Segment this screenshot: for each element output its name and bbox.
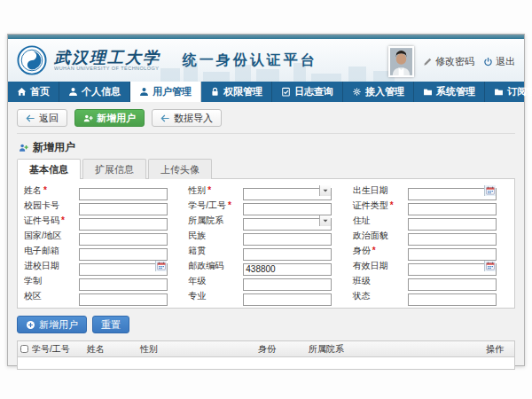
change-password-label: 修改密码 — [435, 55, 474, 68]
field-label: 年级 — [188, 275, 243, 287]
brand: 武汉理工大学 WUHAN UNIVERSITY OF TECHNOLOGY 统一… — [8, 45, 317, 75]
gear-icon — [352, 87, 362, 97]
ethnicity-input[interactable] — [243, 233, 332, 246]
form-field-postal-code: 邮政编码 — [188, 260, 343, 272]
form-field-name: 姓名* — [24, 184, 179, 197]
nav-item-access-management[interactable]: 接入管理 — [343, 82, 414, 102]
form-field-valid-date: 有效日期 — [353, 260, 508, 272]
identity-input[interactable] — [408, 248, 497, 261]
field-label: 学号/工号* — [188, 200, 243, 212]
valid-date-input[interactable] — [408, 263, 497, 276]
field-label: 国家/地区 — [24, 230, 79, 242]
nav-item-subscription-management[interactable]: 订阅管理 — [485, 82, 532, 102]
nav-item-user-management[interactable]: 用户管理 — [130, 82, 201, 102]
reset-label: 重置 — [101, 318, 121, 332]
col-name: 姓名 — [85, 343, 138, 356]
form-field-id-number: 证件号码* — [24, 215, 179, 227]
status-input[interactable] — [408, 293, 497, 306]
form-field-student-id: 学号/工号* — [188, 200, 343, 212]
chevron-down-icon[interactable] — [319, 185, 331, 196]
user-plus-icon — [19, 143, 28, 153]
university-name-block: 武汉理工大学 WUHAN UNIVERSITY OF TECHNOLOGY — [54, 50, 168, 71]
campus-input[interactable] — [79, 293, 168, 306]
calendar-icon[interactable] — [484, 261, 496, 271]
nav-item-permission-management[interactable]: 权限管理 — [201, 82, 272, 102]
form-field-entry-date: 进校日期 — [24, 260, 179, 272]
section-title: 新增用户 — [33, 140, 75, 155]
nav-label: 接入管理 — [365, 85, 404, 98]
data-import-button[interactable]: 数据导入 — [152, 109, 222, 127]
id-number-input[interactable] — [79, 218, 168, 231]
main-nav: 首页 个人信息 用户管理 权限管理 日志查询 接入管理 系统管理 订阅管理 — [8, 82, 524, 102]
name-input[interactable] — [79, 188, 168, 200]
schooling-length-input[interactable] — [79, 278, 168, 291]
users-icon — [139, 87, 149, 97]
university-name-cn: 武汉理工大学 — [54, 50, 168, 66]
back-button[interactable]: 返回 — [17, 109, 67, 127]
field-label: 住址 — [353, 215, 408, 227]
field-label: 民族 — [188, 230, 243, 242]
country-input[interactable] — [79, 233, 168, 246]
table-header-row: 学号/工号 姓名 性别 身份 所属院系 操作 — [18, 341, 514, 357]
app-window: 武汉理工大学 WUHAN UNIVERSITY OF TECHNOLOGY 统一… — [7, 34, 525, 366]
header: 武汉理工大学 WUHAN UNIVERSITY OF TECHNOLOGY 统一… — [8, 39, 524, 82]
change-password-link[interactable]: 修改密码 — [423, 55, 474, 68]
calendar-icon[interactable] — [155, 261, 167, 271]
required-mark: * — [390, 200, 394, 210]
submit-add-user-button[interactable]: 新增用户 — [17, 316, 87, 333]
header-user-area: 修改密码 退出 — [388, 46, 515, 77]
platform-title: 统一身份认证平台 — [183, 51, 317, 70]
avatar — [388, 46, 414, 77]
political-status-input[interactable] — [408, 233, 497, 246]
grade-input[interactable] — [243, 278, 332, 291]
add-user-toolbar-button[interactable]: 新增用户 — [74, 109, 145, 127]
chevron-down-icon[interactable] — [319, 215, 331, 226]
col-gender: 性别 — [138, 343, 256, 356]
email-input[interactable] — [79, 248, 168, 261]
id-type-input[interactable] — [408, 203, 497, 215]
class-input[interactable] — [408, 278, 497, 291]
student-id-input[interactable] — [243, 203, 332, 215]
required-mark: * — [372, 246, 376, 255]
nav-item-system-management[interactable]: 系统管理 — [414, 82, 485, 102]
nav-label: 日志查询 — [294, 85, 333, 98]
form-field-id-type: 证件类型* — [353, 200, 508, 212]
col-student-id: 学号/工号 — [30, 343, 85, 356]
field-label: 姓名* — [24, 184, 79, 197]
form-actions: 新增用户 重置 — [17, 309, 515, 340]
nav-label: 订阅管理 — [507, 85, 532, 98]
birth-date-input[interactable] — [408, 188, 497, 200]
field-label: 出生日期 — [353, 184, 408, 197]
tab-basic-info[interactable]: 基本信息 — [17, 159, 81, 179]
form-field-email: 电子邮箱 — [24, 245, 179, 257]
content-area: 返回 新增用户 数据导入 新增用户 基本信息 扩展信息 上传头像 姓 — [8, 102, 524, 365]
tab-extended-info[interactable]: 扩展信息 — [82, 159, 146, 179]
nav-item-home[interactable]: 首页 — [8, 82, 59, 102]
nav-item-log-query[interactable]: 日志查询 — [272, 82, 343, 102]
major-input[interactable] — [243, 293, 332, 306]
back-label: 返回 — [39, 112, 59, 125]
department-select[interactable] — [243, 218, 332, 231]
postal-code-input[interactable] — [243, 263, 332, 276]
gender-select[interactable] — [243, 188, 332, 200]
form-field-campus: 校区 — [24, 290, 179, 302]
table-empty-body — [18, 357, 514, 369]
reset-button[interactable]: 重置 — [92, 316, 129, 333]
entry-date-input[interactable] — [79, 263, 168, 276]
field-label: 所属院系 — [188, 215, 243, 227]
select-all-checkbox[interactable] — [20, 345, 28, 353]
tab-upload-avatar[interactable]: 上传头像 — [148, 159, 212, 179]
address-input[interactable] — [408, 218, 497, 231]
home-icon — [17, 87, 27, 97]
field-label: 状态 — [353, 290, 408, 302]
calendar-icon[interactable] — [484, 185, 496, 196]
new-user-form: 姓名* 校园卡号 证件号码* 国家/地区 电子邮箱 — [17, 178, 515, 309]
logout-link[interactable]: 退出 — [483, 55, 515, 68]
field-label: 性别* — [188, 184, 243, 197]
form-field-department: 所属院系 — [188, 215, 343, 227]
native-place-input[interactable] — [243, 248, 332, 261]
campus-card-input[interactable] — [79, 203, 168, 215]
form-field-political-status: 政治面貌 — [353, 230, 508, 242]
user-table: 学号/工号 姓名 性别 身份 所属院系 操作 — [17, 340, 515, 370]
nav-item-personal-info[interactable]: 个人信息 — [59, 82, 130, 102]
